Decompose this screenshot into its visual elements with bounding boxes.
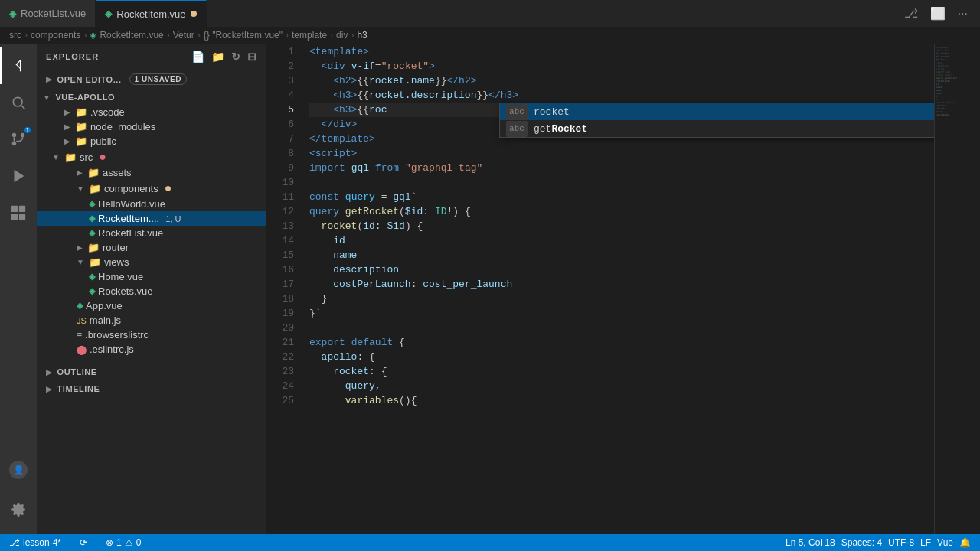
activity-bar: 1 👤 — [0, 44, 37, 534]
sidebar-item-mainjs[interactable]: JS main.js — [37, 313, 266, 328]
status-sync[interactable]: ⟳ — [77, 534, 90, 551]
spaces-label: Spaces: 4 — [841, 537, 882, 548]
tab-label: RocketList.vue — [21, 8, 86, 19]
code-line-16: description — [309, 262, 934, 277]
code-line-25: variables(){ — [309, 393, 934, 408]
tab-label: RocketItem.vue — [116, 8, 185, 20]
tab-rocketlist[interactable]: ◈ RocketList.vue — [0, 0, 96, 27]
sidebar-item-components[interactable]: ▼ 📁 components ● — [37, 180, 266, 197]
autocomplete-item-rocket[interactable]: abc rocket — [500, 103, 934, 120]
sidebar-header: EXPLORER 📄 📁 ↻ ⊟ — [37, 44, 266, 69]
sidebar-item-router[interactable]: ▶ 📁 router — [37, 240, 266, 255]
sidebar-header-actions: 📄 📁 ↻ ⊟ — [191, 51, 257, 63]
status-line-ending[interactable]: LF — [917, 534, 934, 551]
breadcrumb-file[interactable]: RocketItem.vue — [100, 30, 163, 41]
warning-count: 0 — [136, 537, 142, 548]
layout-icon[interactable]: ⬜ — [927, 5, 949, 22]
status-bar: ⎇ lesson-4* ⟳ ⊗ 1 ⚠ 0 Ln 5, Col 18 Space… — [0, 534, 980, 551]
activity-bar-bottom: 👤 — [0, 452, 37, 534]
svg-rect-9 — [11, 214, 18, 220]
code-line-24: query, — [309, 379, 934, 393]
autocomplete-item-getrocket[interactable]: abc getRocket — [500, 120, 934, 137]
collapse-icon[interactable]: ⊟ — [247, 51, 257, 63]
status-branch[interactable]: ⎇ lesson-4* — [6, 534, 64, 551]
minimap-content: template div v-if h2 rocket h3 rocket h3… — [935, 44, 980, 534]
timeline-section[interactable]: ▶ TIMELINE — [37, 380, 266, 396]
sidebar-item-assets[interactable]: ▶ 📁 assets — [37, 165, 266, 180]
autocomplete-dropdown[interactable]: abc rocket abc getRocket — [499, 103, 934, 138]
sidebar-item-public[interactable]: ▶ 📁 public — [37, 134, 266, 148]
sidebar-item-eslint[interactable]: ⬤ .eslintrc.js — [37, 342, 266, 357]
line-numbers: 1 2 3 4 5 6 7 8 9 10 11 12 13 14 15 16 1… — [266, 44, 303, 534]
project-section[interactable]: ▼ VUE-APOLLO — [37, 88, 266, 105]
activity-source-control[interactable]: 1 — [0, 121, 37, 158]
breadcrumb-vetur[interactable]: Vetur — [173, 30, 194, 41]
sidebar-item-browserslist[interactable]: ≡ .browserslistrc — [37, 328, 266, 342]
status-spaces[interactable]: Spaces: 4 — [838, 534, 885, 551]
outline-section[interactable]: ▶ OUTLINE — [37, 363, 266, 380]
editor-area: 1 2 3 4 5 6 7 8 9 10 11 12 13 14 15 16 1… — [266, 44, 980, 534]
status-encoding[interactable]: UTF-8 — [885, 534, 917, 551]
breadcrumb-div[interactable]: div — [336, 30, 348, 41]
error-count: 1 — [116, 537, 122, 548]
breadcrumb-components[interactable]: components — [31, 30, 80, 41]
code-line-11: const query = gql` — [309, 190, 934, 204]
code-line-22: apollo: { — [309, 350, 934, 364]
activity-search[interactable] — [0, 84, 37, 121]
activity-settings[interactable] — [0, 491, 37, 528]
sidebar-item-node_modules[interactable]: ▶ 📁 node_modules — [37, 119, 266, 134]
vue-icon: ◈ — [9, 8, 16, 19]
svg-marker-6 — [15, 170, 24, 183]
main-layout: 1 👤 EXPLORER 📄 📁 ↻ ⊟ — [0, 44, 980, 534]
breadcrumb-h3[interactable]: h3 — [357, 30, 367, 41]
activity-avatar[interactable]: 👤 — [0, 452, 37, 488]
tab-rocketitem[interactable]: ◈ RocketItem.vue — [96, 0, 206, 27]
code-line-17: costPerLaunch: cost_per_launch — [309, 277, 934, 292]
breadcrumb-obj[interactable]: {} "RocketItem.vue" — [204, 30, 283, 41]
sidebar-item-rockets[interactable]: ◈ Rockets.vue — [37, 284, 266, 298]
breadcrumb-template[interactable]: template — [292, 30, 327, 41]
status-errors[interactable]: ⊗ 1 ⚠ 0 — [103, 534, 144, 551]
language-label: Vue — [937, 537, 953, 548]
status-bell[interactable]: 🔔 — [956, 534, 974, 551]
outline-label: OUTLINE — [57, 367, 97, 377]
source-control-icon[interactable]: ⎇ — [901, 5, 921, 22]
branch-label: lesson-4* — [23, 537, 61, 548]
sidebar-item-src[interactable]: ▼ 📁 src ● — [37, 148, 266, 165]
svg-point-4 — [12, 133, 17, 138]
sidebar-item-vscode[interactable]: ▶ 📁 .vscode — [37, 105, 266, 119]
encoding-label: UTF-8 — [888, 537, 914, 548]
code-editor[interactable]: <template> <div v-if="rocket"> <h2>{{roc… — [303, 44, 934, 534]
sidebar-item-home[interactable]: ◈ Home.vue — [37, 269, 266, 284]
chevron-icon: ▶ — [46, 75, 53, 83]
code-line-1: <template> — [309, 44, 934, 59]
status-cursor[interactable]: Ln 5, Col 18 — [782, 534, 838, 551]
code-line-2: <div v-if="rocket"> — [309, 59, 934, 73]
sidebar-item-rocketitem[interactable]: ◈ RocketItem.... 1, U — [37, 211, 266, 226]
new-folder-icon[interactable]: 📁 — [211, 51, 225, 63]
breadcrumb-src[interactable]: src — [9, 30, 21, 41]
minimap: template div v-if h2 rocket h3 rocket h3… — [934, 44, 980, 534]
status-language[interactable]: Vue — [934, 534, 956, 551]
breadcrumb-vue-icon[interactable]: ◈ — [90, 30, 96, 41]
activity-explorer[interactable] — [0, 47, 37, 84]
code-line-15: name — [309, 248, 934, 262]
sidebar-item-rocketlist[interactable]: ◈ RocketList.vue — [37, 226, 266, 240]
svg-rect-10 — [19, 214, 25, 220]
title-bar-actions: ⎇ ⬜ ··· — [901, 5, 980, 22]
activity-run[interactable] — [0, 158, 37, 194]
open-editors-section[interactable]: ▶ OPEN EDITO... 1 UNSAVED — [37, 69, 266, 88]
more-icon[interactable]: ··· — [955, 5, 971, 22]
refresh-icon[interactable]: ↻ — [231, 51, 241, 63]
breadcrumb: src › components › ◈ RocketItem.vue › Ve… — [0, 27, 980, 44]
activity-extensions[interactable] — [0, 194, 37, 231]
sidebar-item-app[interactable]: ◈ App.vue — [37, 298, 266, 313]
chevron-icon: ▼ — [43, 93, 51, 102]
sidebar-item-views[interactable]: ▼ 📁 views — [37, 255, 266, 269]
sidebar-title: EXPLORER — [46, 52, 99, 61]
code-line-23: rocket: { — [309, 364, 934, 379]
new-file-icon[interactable]: 📄 — [191, 51, 205, 63]
code-line-14: id — [309, 233, 934, 248]
sidebar-item-helloworld[interactable]: ◈ HelloWorld.vue — [37, 197, 266, 211]
open-editors-label: OPEN EDITO... — [57, 75, 122, 84]
